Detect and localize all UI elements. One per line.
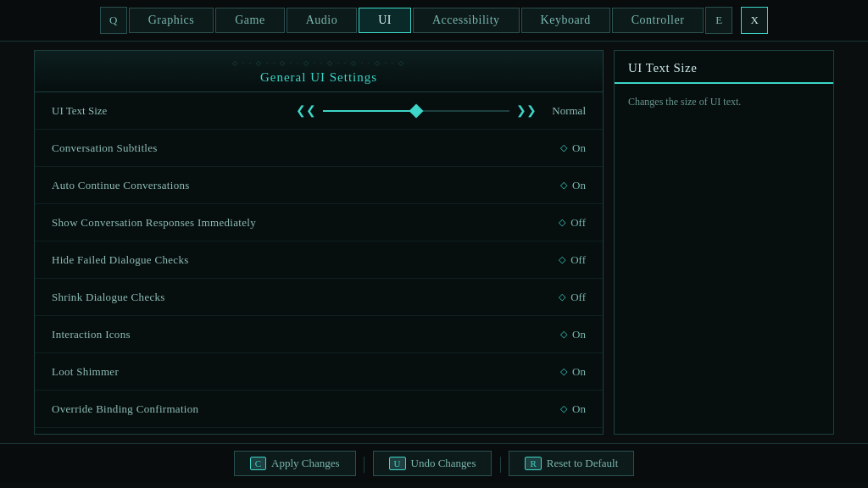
toggle-icon: ◇ [560,142,567,153]
toggle-icon: ◇ [560,180,567,191]
settings-list: UI Text Size ❮❮ ❯❯ Normal Conversation S… [35,92,603,431]
setting-row-shrink-dialogue[interactable]: Shrink Dialogue Checks ◇ Off [35,279,603,316]
tab-game[interactable]: Game [215,8,284,33]
toggle-value: Off [570,253,586,267]
tab-graphics[interactable]: Graphics [129,8,214,33]
setting-row-override-binding[interactable]: Override Binding Confirmation ◇ On [35,391,603,428]
toggle-value: On [572,141,586,155]
info-panel: UI Text Size Changes the size of UI text… [614,50,834,435]
setting-label: Override Binding Confirmation [52,402,198,416]
setting-label: Show Conversation Responses Immediately [52,216,256,230]
setting-value[interactable]: ◇ Off [559,216,586,230]
setting-value[interactable]: ◇ Off [559,253,586,267]
tab-ui[interactable]: UI [359,8,411,33]
setting-label: Hide Failed Dialogue Checks [52,253,189,267]
slider-fill [323,110,416,112]
tab-controller[interactable]: Controller [612,8,704,33]
info-panel-description: Changes the size of UI text. [615,84,833,119]
undo-changes-button[interactable]: U Undo Changes [373,451,492,476]
setting-label: Shrink Dialogue Checks [52,291,165,304]
top-navigation: Q Graphics Game Audio UI Accessibility K… [0,0,868,42]
undo-key-badge: U [389,457,406,470]
main-content: General UI Settings UI Text Size ❮❮ ❯❯ N… [0,42,868,443]
setting-row-display-identifier[interactable]: Display Identifier in Player Character S… [35,428,603,431]
setting-label: Auto Continue Conversations [52,179,190,192]
tab-keyboard[interactable]: Keyboard [521,8,610,33]
setting-value[interactable]: ◇ On [560,141,586,155]
setting-value[interactable]: ◇ On [560,179,586,192]
setting-row-auto-continue[interactable]: Auto Continue Conversations ◇ On [35,167,603,204]
close-button[interactable]: X [741,7,768,34]
setting-label: Conversation Subtitles [52,141,158,155]
info-panel-title: UI Text Size [615,51,833,84]
toggle-icon: ◇ [560,403,567,414]
toggle-icon: ◇ [559,291,565,302]
slider-container[interactable]: ❮❮ ❯❯ Normal [296,103,586,118]
separator-1: | [359,453,370,473]
setting-row-ui-text-size[interactable]: UI Text Size ❮❮ ❯❯ Normal [35,92,603,130]
setting-row-show-responses[interactable]: Show Conversation Responses Immediately … [35,204,603,241]
slider-right-arrow[interactable]: ❯❯ [516,103,537,118]
toggle-icon: ◇ [559,217,565,228]
slider-left-arrow[interactable]: ❮❮ [296,103,316,118]
tab-accessibility[interactable]: Accessibility [413,8,520,33]
setting-value[interactable]: ◇ On [560,402,586,416]
toggle-icon: ◇ [560,366,567,377]
reset-label: Reset to Default [547,457,618,470]
setting-row-loot-shimmer[interactable]: Loot Shimmer ◇ On [35,353,603,391]
slider-value: Normal [543,104,586,118]
toggle-value: Off [570,291,586,304]
reset-key-badge: R [525,457,541,470]
apply-label: Apply Changes [271,457,340,470]
panel-title: General UI Settings [35,51,603,92]
setting-value[interactable]: ◇ Off [559,291,586,304]
setting-row-hide-failed[interactable]: Hide Failed Dialogue Checks ◇ Off [35,241,603,279]
apply-changes-button[interactable]: C Apply Changes [234,451,356,476]
settings-panel: General UI Settings UI Text Size ❮❮ ❯❯ N… [34,50,604,435]
setting-row-conversation-subtitles[interactable]: Conversation Subtitles ◇ On [35,130,603,167]
toggle-icon: ◇ [560,329,567,340]
setting-row-interaction-icons[interactable]: Interaction Icons ◇ On [35,316,603,353]
setting-label: Loot Shimmer [52,365,119,379]
slider-label: UI Text Size [52,104,107,118]
undo-label: Undo Changes [411,457,476,470]
toggle-value: On [572,328,586,341]
setting-value[interactable]: ◇ On [560,328,586,341]
setting-value[interactable]: ◇ On [560,365,586,379]
toggle-value: On [572,179,586,192]
reset-to-default-button[interactable]: R Reset to Default [509,451,634,476]
setting-label: Interaction Icons [52,328,131,341]
slider-thumb[interactable] [409,103,424,118]
bottom-bar: C Apply Changes | U Undo Changes | R Res… [0,443,868,482]
separator-2: | [495,453,505,473]
toggle-value: Off [570,216,586,230]
nav-right-corner[interactable]: E [705,7,732,34]
slider-track[interactable] [323,110,509,112]
toggle-value: On [572,365,586,379]
nav-left-corner[interactable]: Q [100,7,127,34]
tab-audio[interactable]: Audio [287,8,358,33]
toggle-value: On [572,402,586,416]
toggle-icon: ◇ [559,254,565,265]
apply-key-badge: C [250,457,266,470]
